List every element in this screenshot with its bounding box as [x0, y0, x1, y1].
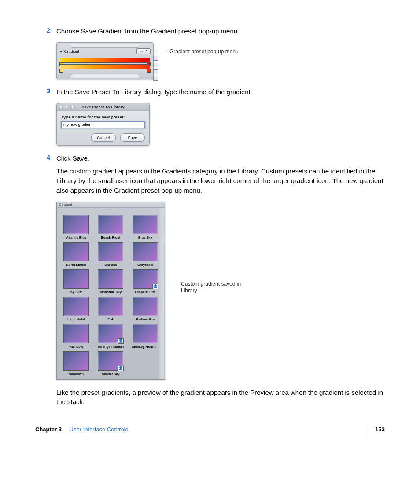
- library-item-label: Industrial Sky: [95, 290, 126, 294]
- library-item-label: Oak: [95, 317, 126, 321]
- step-number: 3: [35, 87, 56, 97]
- library-item-label: Light Metal: [60, 317, 92, 321]
- step-text: In the Save Preset To Library dialog, ty…: [56, 87, 385, 97]
- step-3: 3 In the Save Preset To Library dialog, …: [35, 87, 385, 97]
- save-button[interactable]: Save: [120, 133, 145, 142]
- save-preset-dialog: Save Preset To Library Type a name for t…: [56, 103, 150, 146]
- library-item-label: Sunset Sky: [95, 372, 126, 376]
- library-item[interactable]: 👤Sunset Sky: [95, 351, 126, 376]
- gradient-panel: ▼ Gradient ▭⠸: [56, 42, 154, 79]
- gradient-bar-2[interactable]: [60, 64, 150, 69]
- callout-text: Custom gradient saved in Library: [181, 281, 251, 294]
- gradient-preset-popup[interactable]: ▭⠸: [136, 48, 151, 54]
- library-item-label: Leopard Title: [129, 290, 161, 294]
- library-panel: Content ═ Atlantic BlueBeach FrontBlue S…: [56, 202, 165, 380]
- step-4: 4 Click Save.: [35, 154, 385, 163]
- gradient-thumbnail[interactable]: [63, 324, 89, 343]
- user-preset-icon: 👤: [152, 284, 158, 289]
- step-text: Choose Save Gradient from the Gradient p…: [56, 26, 385, 36]
- library-item[interactable]: Icy Blue: [60, 269, 92, 294]
- library-item[interactable]: Light Metal: [60, 297, 92, 321]
- gradient-bar-1[interactable]: [60, 58, 150, 63]
- callout-line: [169, 284, 178, 284]
- gradient-thumbnail[interactable]: [98, 269, 123, 289]
- scrollbar[interactable]: [159, 208, 164, 379]
- callout-text: Gradient preset pop-up menu: [169, 48, 239, 55]
- library-item-label: Blue Sky: [129, 235, 161, 239]
- library-item-label: Atlantic Blue: [60, 235, 92, 239]
- library-item-label: Chrome: [95, 263, 126, 267]
- step-2: 2 Choose Save Gradient from the Gradient…: [35, 26, 385, 36]
- tab-strip-bottom: [71, 74, 139, 78]
- library-item[interactable]: Smokey Mount…: [129, 324, 161, 349]
- library-item-label: Grayscale: [129, 263, 161, 267]
- paragraph: Like the preset gradients, a preview of …: [56, 388, 385, 407]
- cancel-button[interactable]: Cancel: [91, 133, 116, 142]
- library-item[interactable]: Blue Sky: [129, 215, 161, 239]
- preset-name-input[interactable]: [61, 121, 145, 128]
- gradient-thumbnail[interactable]: [133, 215, 158, 234]
- callout-line: [157, 52, 167, 52]
- user-preset-icon: 👤: [118, 366, 124, 371]
- gradient-thumbnail[interactable]: [63, 269, 89, 289]
- gradient-editor[interactable]: [58, 55, 152, 73]
- gradient-thumbnail[interactable]: [133, 242, 158, 261]
- library-item[interactable]: Grayscale: [129, 242, 161, 267]
- library-header: Content: [59, 202, 72, 206]
- library-item-label: Icy Blue: [60, 290, 92, 294]
- gradient-side-controls[interactable]: [153, 56, 158, 81]
- library-item[interactable]: Chrome: [95, 242, 126, 267]
- dialog-prompt: Type a name for the new preset:: [61, 114, 145, 119]
- library-item[interactable]: Burnt Ember: [60, 242, 92, 267]
- step-text: Click Save.: [56, 154, 385, 163]
- chapter-number: Chapter 3: [35, 426, 62, 433]
- library-item[interactable]: 👤Leopard Title: [129, 269, 161, 294]
- gradient-thumbnail[interactable]: [63, 297, 89, 316]
- library-item-label: Sundown: [60, 372, 92, 376]
- gradient-thumbnail[interactable]: [63, 351, 89, 371]
- library-item[interactable]: Industrial Sky: [95, 269, 126, 294]
- library-item[interactable]: Sundown: [60, 351, 92, 376]
- library-item-label: Smokey Mount…: [129, 345, 161, 349]
- gradient-thumbnail[interactable]: [133, 324, 158, 343]
- step-number: 2: [35, 26, 56, 36]
- gradient-thumbnail[interactable]: [133, 297, 158, 316]
- library-item[interactable]: Radioactive: [129, 297, 161, 321]
- figure-library: Content ═ Atlantic BlueBeach FrontBlue S…: [56, 202, 385, 380]
- gradient-thumbnail[interactable]: 👤: [98, 351, 123, 371]
- chapter-title: User Interface Controls: [70, 426, 129, 433]
- figure-save-dialog: Save Preset To Library Type a name for t…: [56, 103, 385, 146]
- library-item[interactable]: Beach Front: [95, 215, 126, 239]
- library-item-label: Beach Front: [95, 235, 126, 239]
- page-number: 153: [367, 424, 385, 434]
- gradient-thumbnail[interactable]: [98, 297, 123, 316]
- gradient-thumbnail[interactable]: [98, 242, 123, 261]
- gradient-thumbnail[interactable]: [63, 242, 89, 261]
- drag-handle-icon[interactable]: ═: [57, 208, 165, 211]
- library-item[interactable]: 👤serengeti sunset: [95, 324, 126, 349]
- page-footer: Chapter 3 User Interface Controls 153: [35, 424, 385, 434]
- gradient-thumbnail[interactable]: 👤: [98, 324, 123, 343]
- library-item-label: Radioactive: [129, 317, 161, 321]
- library-item-label: Burnt Ember: [60, 263, 92, 267]
- tab-strip: [71, 44, 139, 48]
- gradient-thumbnail[interactable]: 👤: [133, 269, 158, 289]
- gradient-disclosure[interactable]: ▼ Gradient: [59, 49, 79, 54]
- library-item[interactable]: Oak: [95, 297, 126, 321]
- paragraph: The custom gradient appears in the Gradi…: [56, 166, 385, 195]
- library-item-label: serengeti sunset: [95, 345, 126, 349]
- step-number: 4: [35, 154, 56, 163]
- library-grid: Atlantic BlueBeach FrontBlue SkyBurnt Em…: [57, 211, 165, 376]
- figure-gradient-panel: ▼ Gradient ▭⠸ Gradient preset pop-up men…: [56, 42, 385, 79]
- library-item-label: Rainbow: [60, 345, 92, 349]
- gradient-thumbnail[interactable]: [63, 215, 89, 234]
- gradient-thumbnail[interactable]: [98, 215, 123, 234]
- library-item[interactable]: Atlantic Blue: [60, 215, 92, 239]
- user-preset-icon: 👤: [118, 338, 124, 344]
- library-item[interactable]: Rainbow: [60, 324, 92, 349]
- dialog-title: Save Preset To Library: [57, 105, 149, 109]
